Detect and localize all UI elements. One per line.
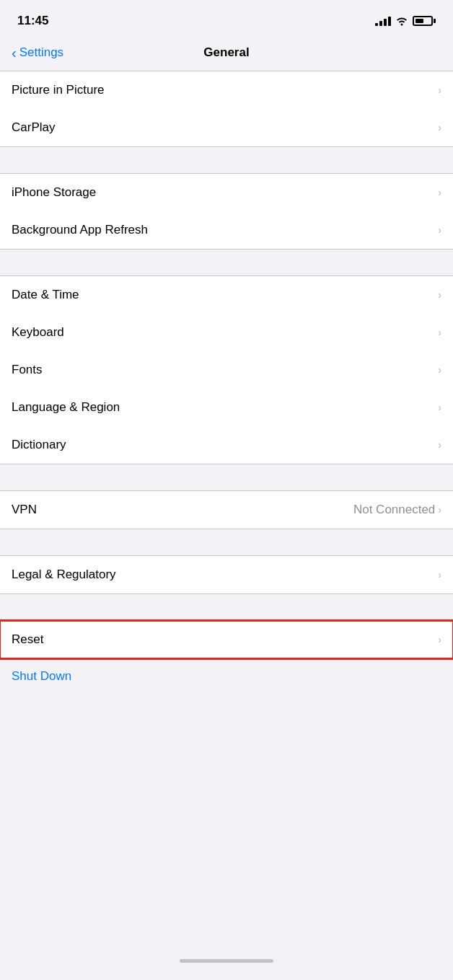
signal-bars-icon (375, 16, 391, 26)
item-label-date-time: Date & Time (12, 288, 79, 302)
list-item-fonts[interactable]: Fonts › (0, 351, 453, 389)
settings-list: Picture in Picture › CarPlay › iPhone St… (0, 71, 453, 694)
section-datetime: Date & Time › Keyboard › Fonts › Languag… (0, 275, 453, 464)
item-label-language-region: Language & Region (12, 400, 120, 415)
back-button[interactable]: ‹ Settings (12, 45, 63, 60)
battery-icon (413, 16, 436, 26)
divider-5 (0, 594, 453, 620)
list-item-dictionary[interactable]: Dictionary › (0, 426, 453, 464)
status-time: 11:45 (17, 14, 48, 28)
list-item-background-app-refresh[interactable]: Background App Refresh › (0, 211, 453, 249)
chevron-icon: › (438, 122, 441, 133)
list-item-picture-in-picture[interactable]: Picture in Picture › (0, 71, 453, 109)
list-item-reset[interactable]: Reset › (0, 621, 453, 658)
chevron-icon: › (438, 504, 441, 516)
home-bar (180, 959, 273, 963)
list-item-legal-regulatory[interactable]: Legal & Regulatory › (0, 556, 453, 593)
chevron-icon: › (438, 327, 441, 338)
bottom-fill (0, 694, 453, 950)
status-icons (375, 16, 436, 26)
divider-1 (0, 147, 453, 173)
section-storage: iPhone Storage › Background App Refresh … (0, 173, 453, 250)
item-label-picture-in-picture: Picture in Picture (12, 83, 105, 97)
chevron-icon: › (438, 187, 441, 198)
section-vpn: VPN Not Connected › (0, 490, 453, 529)
chevron-icon: › (438, 634, 441, 645)
item-label-reset: Reset (12, 632, 43, 647)
shutdown-section: Shut Down (0, 659, 453, 694)
list-item-date-time[interactable]: Date & Time › (0, 276, 453, 314)
wifi-icon (395, 16, 408, 26)
page-title: General (203, 45, 249, 60)
section-reset: Reset › (0, 620, 453, 659)
section-pip-carplay: Picture in Picture › CarPlay › (0, 71, 453, 147)
list-item-iphone-storage[interactable]: iPhone Storage › (0, 174, 453, 211)
home-indicator (0, 950, 453, 980)
status-bar: 11:45 (0, 0, 453, 36)
divider-4 (0, 529, 453, 555)
chevron-icon: › (438, 84, 441, 96)
nav-bar: ‹ Settings General (0, 36, 453, 71)
chevron-icon: › (438, 364, 441, 376)
item-label-legal-regulatory: Legal & Regulatory (12, 568, 116, 582)
item-label-iphone-storage: iPhone Storage (12, 185, 96, 200)
list-item-language-region[interactable]: Language & Region › (0, 389, 453, 426)
divider-3 (0, 464, 453, 490)
item-label-fonts: Fonts (12, 363, 43, 377)
chevron-icon: › (438, 289, 441, 301)
divider-2 (0, 250, 453, 275)
back-label: Settings (19, 45, 63, 60)
section-legal: Legal & Regulatory › (0, 555, 453, 594)
chevron-icon: › (438, 402, 441, 413)
item-label-carplay: CarPlay (12, 120, 55, 135)
chevron-icon: › (438, 439, 441, 451)
chevron-icon: › (438, 224, 441, 236)
list-item-vpn[interactable]: VPN Not Connected › (0, 491, 453, 529)
back-chevron-icon: ‹ (12, 45, 17, 60)
list-item-carplay[interactable]: CarPlay › (0, 109, 453, 146)
item-value-vpn: Not Connected (353, 503, 435, 517)
item-label-keyboard: Keyboard (12, 325, 64, 340)
item-label-vpn: VPN (12, 503, 37, 517)
list-item-keyboard[interactable]: Keyboard › (0, 314, 453, 351)
shutdown-button[interactable]: Shut Down (12, 669, 71, 683)
item-label-dictionary: Dictionary (12, 438, 66, 452)
chevron-icon: › (438, 569, 441, 581)
item-label-background-app-refresh: Background App Refresh (12, 223, 148, 237)
